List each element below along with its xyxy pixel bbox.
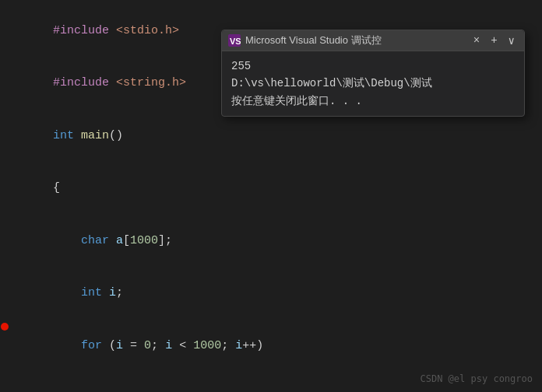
popup-title: Microsoft Visual Studio 调试控 [245,33,466,47]
code-line-5: char a[1000]; [0,215,542,268]
code-line-3: int main() [0,110,542,163]
code-line-7: for (i = 0; i < 1000; i++) [0,320,542,373]
watermark: CSDN @el psy congroo [421,373,533,384]
popup-titlebar: VS Microsoft Visual Studio 调试控 × + ∨ [222,30,524,51]
popup-close-button[interactable]: × [470,34,483,47]
code-line-6: int i; [0,268,542,320]
popup-body: 255 D:\vs\helloworld\测试\Debug\测试 按任意键关闭此… [222,51,524,116]
output-line-1: 255 [231,58,515,75]
output-line-3: 按任意键关闭此窗口. . . [231,93,515,110]
vs-icon: VS [228,34,241,47]
popup-chevron-button[interactable]: ∨ [505,34,518,47]
popup-plus-button[interactable]: + [487,34,500,47]
breakpoint-dot [1,323,9,331]
watermark-text: CSDN @el psy congroo [421,373,533,384]
svg-text:VS: VS [230,37,241,46]
debug-console-popup: VS Microsoft Visual Studio 调试控 × + ∨ 255… [221,30,525,117]
code-line-4: { [0,163,542,215]
output-line-2: D:\vs\helloworld\测试\Debug\测试 [231,75,515,92]
gutter-7 [0,323,11,331]
